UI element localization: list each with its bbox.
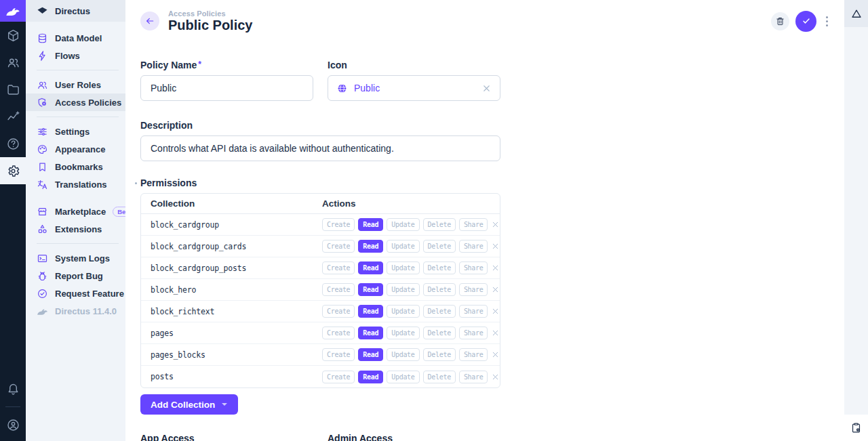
permission-chip-read[interactable]: Read (358, 283, 383, 296)
sidebar-item-bookmarks[interactable]: Bookmarks (26, 158, 125, 175)
clear-icon[interactable] (481, 83, 492, 93)
sidebar-item-report-bug[interactable]: Report Bug (26, 267, 125, 285)
clipboard-panel-button[interactable] (844, 415, 868, 441)
user-avatar-icon[interactable] (0, 411, 26, 438)
icon-select-input[interactable]: Public (328, 75, 500, 101)
table-row: block_cardgroupCreateReadUpdateDeleteSha… (141, 214, 500, 236)
sidebar-item-user-roles[interactable]: User Roles (26, 76, 125, 93)
tune-icon (37, 126, 48, 138)
permission-chip-delete[interactable]: Delete (423, 305, 456, 318)
sidebar-item-marketplace[interactable]: Marketplace Beta (26, 203, 125, 220)
permission-chip-read[interactable]: Read (358, 305, 383, 318)
permission-chip-share[interactable]: Share (459, 218, 488, 231)
content-module-icon[interactable] (0, 22, 26, 49)
permission-chip-delete[interactable]: Delete (423, 283, 456, 296)
save-button[interactable] (795, 11, 816, 32)
permission-chip-update[interactable]: Update (387, 261, 419, 274)
permission-chip-read[interactable]: Read (358, 327, 383, 339)
permission-chip-create[interactable]: Create (322, 261, 355, 274)
add-collection-button[interactable]: Add Collection (140, 394, 238, 415)
remove-permission-icon[interactable] (491, 264, 500, 272)
remove-permission-icon[interactable] (491, 220, 500, 229)
shield-lock-icon (37, 97, 48, 108)
permission-chip-create[interactable]: Create (322, 348, 355, 361)
nav-sidebar: Directus Data Model Flows User Roles Acc… (26, 0, 125, 441)
permission-chip-update[interactable]: Update (387, 305, 419, 318)
permission-chip-delete[interactable]: Delete (423, 327, 456, 339)
delete-button[interactable] (771, 12, 789, 30)
permission-chip-share[interactable]: Share (459, 305, 488, 318)
sidebar-item-data-model[interactable]: Data Model (26, 29, 125, 47)
permission-chip-update[interactable]: Update (387, 283, 419, 296)
breadcrumb[interactable]: Access Policies (168, 9, 252, 18)
remove-permission-icon[interactable] (491, 307, 500, 316)
notifications-bell-icon[interactable] (0, 375, 26, 402)
permission-chip-delete[interactable]: Delete (423, 218, 456, 231)
permission-chip-update[interactable]: Update (387, 218, 419, 231)
file-library-module-icon[interactable] (0, 76, 26, 103)
permission-chip-update[interactable]: Update (387, 240, 419, 253)
remove-permission-icon[interactable] (491, 242, 500, 251)
rabbit-icon (37, 306, 48, 317)
permission-chip-share[interactable]: Share (459, 327, 488, 339)
table-row: block_heroCreateReadUpdateDeleteShare (141, 279, 500, 301)
sidebar-item-system-logs[interactable]: System Logs (26, 249, 125, 267)
table-row: pages_blocksCreateReadUpdateDeleteShare (141, 344, 500, 366)
admin-access-label: Admin Access (328, 433, 500, 441)
permission-chip-share[interactable]: Share (459, 283, 488, 296)
more-options-icon[interactable] (823, 12, 831, 30)
permission-chip-create[interactable]: Create (322, 283, 355, 296)
remove-permission-icon[interactable] (491, 285, 500, 294)
permission-chip-share[interactable]: Share (459, 261, 488, 274)
permission-chip-delete[interactable]: Delete (423, 240, 456, 253)
project-name: Directus (55, 6, 90, 16)
settings-module-icon[interactable] (0, 157, 26, 184)
permission-chip-create[interactable]: Create (322, 218, 355, 231)
sidebar-item-access-policies[interactable]: Access Policies (26, 93, 125, 111)
permission-chip-delete[interactable]: Delete (423, 261, 456, 274)
sidebar-item-flows[interactable]: Flows (26, 47, 125, 64)
permission-chip-update[interactable]: Update (387, 327, 419, 339)
right-sidebar (844, 0, 868, 441)
permission-chip-delete[interactable]: Delete (423, 348, 456, 361)
module-bar-divider (5, 406, 20, 407)
app-access-label: App Access (140, 433, 313, 441)
user-directory-module-icon[interactable] (0, 49, 26, 76)
permission-chip-update[interactable]: Update (387, 348, 419, 361)
description-input[interactable] (140, 135, 500, 161)
sidebar-item-request-feature[interactable]: Request Feature (26, 285, 125, 302)
help-module-icon[interactable] (0, 130, 26, 157)
permission-chip-read[interactable]: Read (358, 261, 383, 274)
permission-chip-read[interactable]: Read (358, 371, 383, 383)
permission-chip-delete[interactable]: Delete (423, 371, 456, 383)
policy-name-input[interactable] (140, 75, 313, 101)
table-row: postsCreateReadUpdateDeleteShare (141, 366, 500, 387)
permission-chip-read[interactable]: Read (358, 240, 383, 253)
sidebar-item-settings[interactable]: Settings (26, 123, 125, 140)
sidebar-toggle-button[interactable] (844, 0, 868, 27)
remove-permission-icon[interactable] (491, 373, 500, 381)
permission-chip-read[interactable]: Read (358, 218, 383, 231)
permission-chip-update[interactable]: Update (387, 371, 419, 383)
remove-permission-icon[interactable] (491, 350, 500, 359)
permission-chip-create[interactable]: Create (322, 371, 355, 383)
nav-list: Data Model Flows User Roles Access Polic… (26, 22, 125, 320)
sidebar-item-appearance[interactable]: Appearance (26, 140, 125, 158)
back-button[interactable] (140, 12, 159, 30)
remove-permission-icon[interactable] (491, 329, 500, 337)
permission-chip-share[interactable]: Share (459, 240, 488, 253)
permission-chip-share[interactable]: Share (459, 371, 488, 383)
permission-chip-read[interactable]: Read (358, 348, 383, 361)
sidebar-item-translations[interactable]: Translations (26, 175, 125, 193)
palette-icon (37, 144, 48, 155)
permission-chip-share[interactable]: Share (459, 348, 488, 361)
permission-chip-create[interactable]: Create (322, 327, 355, 339)
permission-chip-create[interactable]: Create (322, 305, 355, 318)
collection-name: posts (141, 372, 322, 381)
verified-icon (37, 288, 48, 299)
insights-module-icon[interactable] (0, 103, 26, 130)
sidebar-item-extensions[interactable]: Extensions (26, 220, 125, 238)
project-switcher[interactable]: Directus (26, 0, 125, 22)
permission-chip-create[interactable]: Create (322, 240, 355, 253)
directus-logo[interactable] (0, 0, 26, 22)
